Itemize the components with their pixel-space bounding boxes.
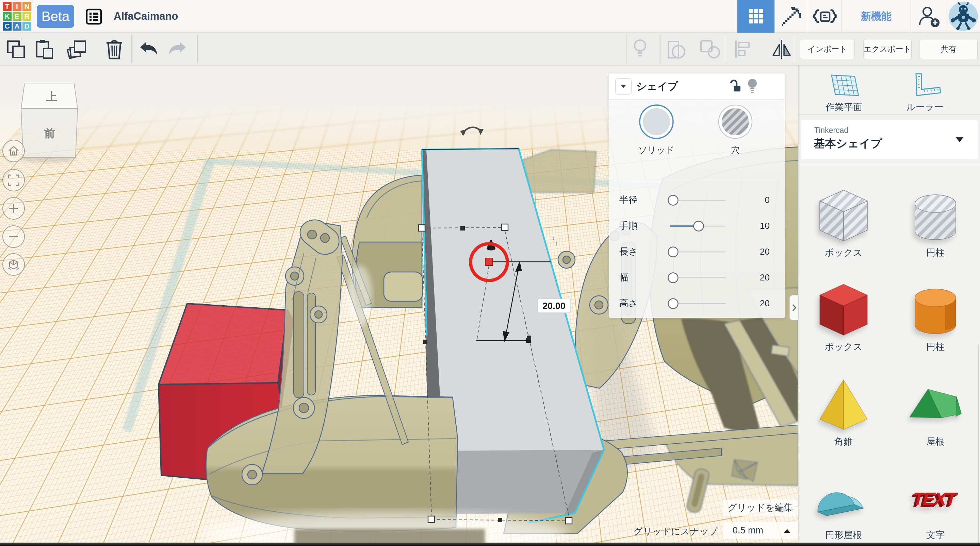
fit-view-button[interactable]: [2, 169, 25, 191]
shape-label: 円形屋根: [806, 529, 881, 541]
undo-button[interactable]: [138, 33, 159, 66]
ruler-tool[interactable]: ルーラー: [896, 73, 954, 113]
yellow-pyramid-icon: [813, 376, 874, 433]
height-slider[interactable]: [667, 298, 732, 310]
mirror-button[interactable]: [771, 33, 792, 66]
shape-item-roof[interactable]: 屋根: [898, 376, 973, 448]
new-features-link[interactable]: 新機能: [841, 0, 911, 33]
shape-item-box-hole[interactable]: ボックス: [806, 187, 881, 259]
viewcube-front-label[interactable]: 前: [44, 127, 55, 140]
bulb-toggle-icon[interactable]: [746, 78, 758, 95]
steps-slider[interactable]: [667, 220, 732, 232]
toolbar-divider: [131, 35, 132, 63]
shape-label: 文字: [898, 529, 973, 541]
codeblocks-tab[interactable]: [808, 0, 841, 33]
redo-icon: [167, 41, 187, 57]
slider-row-height: 高さ 20: [609, 290, 785, 316]
width-slider[interactable]: [667, 272, 732, 284]
invite-user-button[interactable]: [911, 0, 946, 33]
slider-row-steps: 手順 10: [609, 213, 785, 239]
shape-label: 円柱: [898, 246, 973, 259]
hole-label: 穴: [696, 144, 775, 156]
unlock-icon[interactable]: [726, 79, 741, 94]
bottom-edge-bar: [0, 543, 980, 546]
codeblocks-icon: [813, 6, 837, 27]
trash-icon: [105, 39, 123, 60]
artifact-glyph: n: [552, 235, 556, 241]
slider-label: 長さ: [619, 246, 638, 258]
sidebar-scrollbar[interactable]: [978, 344, 979, 546]
material-solid-option[interactable]: ソリッド: [617, 104, 696, 156]
slider-row-radius: 半径 0: [609, 187, 785, 213]
group-button[interactable]: [666, 33, 687, 66]
shape-item-pyramid[interactable]: 角錐: [806, 376, 881, 448]
minecraft-export-tab[interactable]: [775, 0, 808, 33]
shape-item-cylinder[interactable]: 円柱: [898, 281, 973, 353]
snap-grid-label: グリッドにスナップ: [623, 525, 718, 538]
artifact-glyphs: n r: [552, 235, 558, 246]
zoom-in-button[interactable]: [2, 197, 25, 220]
home-view-button[interactable]: [2, 140, 25, 162]
avatar-robot-icon: [948, 2, 978, 31]
sidebar-collapse-tab[interactable]: [789, 295, 798, 320]
slider-value: 20: [760, 298, 770, 309]
shape-label: ボックス: [806, 246, 881, 259]
tinkercad-logo[interactable]: T I N K E R C A D: [3, 2, 31, 30]
sidebar-divider: [799, 165, 980, 165]
design-title[interactable]: AlfaCaimano: [114, 0, 178, 33]
top-header: T I N K E R C A D Beta AlfaCaimano: [0, 0, 980, 33]
share-button[interactable]: 共有: [920, 39, 978, 59]
workplane-tool[interactable]: 作業平面: [815, 73, 873, 113]
3d-viewport[interactable]: 20.00 n r 上 前: [0, 66, 798, 546]
slider-value: 20: [760, 272, 770, 283]
green-roof-icon: [905, 376, 966, 433]
material-hole-option[interactable]: 穴: [696, 104, 775, 156]
shape-label: 角錐: [806, 435, 881, 448]
perspective-toggle-button[interactable]: [2, 253, 25, 276]
slider-label: 幅: [619, 271, 628, 284]
copy-button[interactable]: [5, 33, 27, 66]
red-box-icon: [813, 281, 874, 339]
add-person-icon: [916, 3, 942, 29]
shapes-sidebar: 作業平面 ルーラー Tinkercad 基本シェイプ: [798, 66, 980, 546]
panel-collapse-button[interactable]: [615, 78, 632, 95]
shape-item-box[interactable]: ボックス: [806, 281, 881, 353]
slider-value: 0: [765, 195, 770, 205]
grid-icon: [749, 9, 764, 24]
shape-item-round-roof[interactable]: 円形屋根: [806, 469, 881, 541]
paste-button[interactable]: [34, 33, 55, 66]
user-avatar[interactable]: [946, 0, 980, 33]
lightbulb-icon: [632, 39, 648, 60]
shape-label: ボックス: [806, 341, 881, 353]
shape-item-text[interactable]: TEXT TEXT TEXT 文字: [898, 469, 973, 541]
snap-grid-dropdown[interactable]: 0.5 mm: [723, 522, 798, 539]
dashboard-grid-tab[interactable]: [737, 0, 775, 33]
redo-button[interactable]: [167, 33, 188, 66]
viewcube-top-label[interactable]: 上: [46, 90, 57, 103]
import-button[interactable]: インポート: [800, 39, 855, 59]
radius-slider[interactable]: [667, 194, 732, 206]
adjust-light-button[interactable]: [630, 33, 651, 66]
library-brand: Tinkercad: [814, 126, 848, 135]
ungroup-icon: [700, 40, 721, 59]
orange-cylinder-icon: [905, 281, 966, 339]
logo-tile: A: [13, 22, 21, 30]
design-list-icon[interactable]: [86, 8, 102, 25]
red-scale-handle[interactable]: [485, 258, 493, 265]
rotate-handle[interactable]: [460, 127, 484, 136]
shape-item-cylinder-hole[interactable]: 円柱: [898, 187, 973, 259]
duplicate-button[interactable]: [67, 33, 88, 66]
align-button[interactable]: [733, 33, 754, 66]
length-slider[interactable]: [667, 246, 732, 258]
beta-badge[interactable]: Beta: [37, 5, 74, 28]
delete-button[interactable]: [104, 33, 125, 66]
edit-grid-button[interactable]: グリッドを編集: [723, 500, 798, 516]
dimension-tooltip[interactable]: 20.00: [538, 299, 571, 313]
export-button[interactable]: エクスポート: [863, 39, 912, 59]
sidebar-tools: 作業平面 ルーラー: [799, 66, 980, 114]
ungroup-button[interactable]: [700, 33, 721, 66]
shape-library-dropdown[interactable]: Tinkercad 基本シェイプ: [801, 120, 978, 159]
duplicate-icon: [67, 39, 88, 59]
zoom-out-button[interactable]: [2, 225, 25, 248]
slider-row-width: 幅 20: [609, 265, 785, 290]
